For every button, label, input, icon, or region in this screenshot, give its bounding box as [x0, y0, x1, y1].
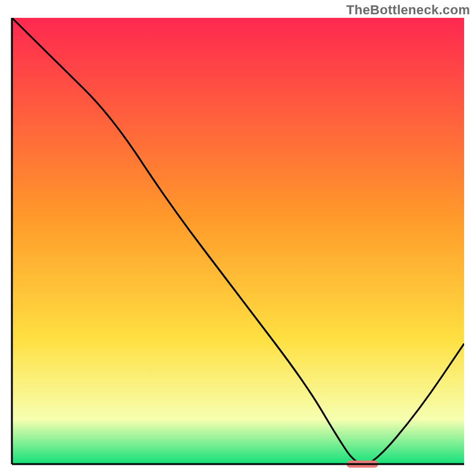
chart-container: TheBottleneck.com — [0, 0, 476, 476]
bottleneck-chart — [0, 0, 476, 476]
